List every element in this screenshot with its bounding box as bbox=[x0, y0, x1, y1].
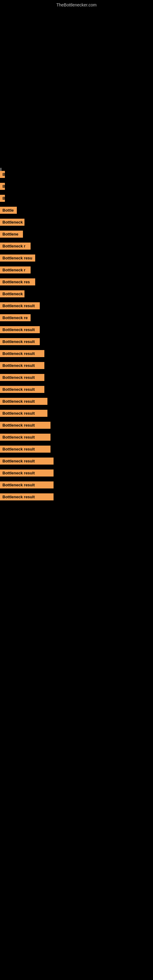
bottleneck-label: Bottleneck re bbox=[0, 314, 30, 321]
bottleneck-label: B bbox=[0, 183, 5, 190]
list-item: Bottleneck bbox=[0, 216, 153, 228]
list-item: Bottleneck result bbox=[0, 407, 153, 419]
bottleneck-label: Bottle bbox=[0, 207, 17, 214]
bottleneck-label: Bottleneck result bbox=[0, 445, 51, 453]
list-item: Bottleneck result bbox=[0, 300, 153, 312]
bottleneck-label: Bottleneck result bbox=[0, 410, 48, 417]
bottleneck-label: Bottlene bbox=[0, 231, 23, 238]
list-item: Bottleneck re bbox=[0, 312, 153, 324]
bottleneck-label: Bottleneck result bbox=[0, 302, 40, 309]
bottleneck-label: B bbox=[0, 195, 5, 202]
bottleneck-label: Bottleneck result bbox=[0, 434, 51, 441]
list-item: Bottlene bbox=[0, 228, 153, 240]
bottleneck-label: Bottleneck result bbox=[0, 362, 45, 369]
list-item: Bottleneck result bbox=[0, 431, 153, 443]
bottleneck-label: Bottleneck result bbox=[0, 469, 54, 477]
bottleneck-label: Bottleneck res bbox=[0, 278, 35, 285]
list-item: Bottleneck result bbox=[0, 371, 153, 383]
bottleneck-label: Bottleneck result bbox=[0, 398, 48, 405]
site-title: TheBottlenecker.com bbox=[56, 2, 97, 7]
bottleneck-label: Bottleneck result bbox=[0, 338, 40, 345]
list-item: Bottleneck result bbox=[0, 336, 153, 348]
list-item: Bottleneck result bbox=[0, 324, 153, 336]
list-item: Bottleneck result bbox=[0, 419, 153, 431]
list-item: Bottleneck resu bbox=[0, 252, 153, 264]
list-item: Bottleneck result bbox=[0, 395, 153, 407]
bottleneck-label: Bottleneck result bbox=[0, 458, 54, 465]
bottleneck-label: Bottleneck result bbox=[0, 386, 45, 393]
items-container: BBBBottleBottleneckBottleneBottleneck rB… bbox=[0, 169, 153, 503]
list-item: B bbox=[0, 169, 153, 180]
bottleneck-label: Bottleneck result bbox=[0, 350, 45, 357]
list-item: Bottleneck bbox=[0, 288, 153, 300]
list-item: Bottleneck r bbox=[0, 240, 153, 252]
bottleneck-label: Bottleneck r bbox=[0, 266, 30, 274]
list-item: Bottleneck result bbox=[0, 360, 153, 371]
list-item: Bottleneck result bbox=[0, 383, 153, 395]
list-item: Bottleneck result bbox=[0, 443, 153, 455]
bottleneck-label: Bottleneck bbox=[0, 219, 24, 226]
list-item: Bottleneck result bbox=[0, 348, 153, 360]
bottleneck-label: Bottleneck result bbox=[0, 422, 51, 429]
list-item: Bottle bbox=[0, 204, 153, 216]
list-item: Bottleneck result bbox=[0, 455, 153, 467]
bottleneck-label: Bottleneck result bbox=[0, 481, 54, 488]
bottleneck-label: Bottleneck resu bbox=[0, 255, 35, 261]
list-item: Bottleneck result bbox=[0, 479, 153, 491]
bottleneck-label: Bottleneck result bbox=[0, 326, 40, 333]
list-item: Bottleneck r bbox=[0, 264, 153, 276]
bottleneck-label: Bottleneck result bbox=[0, 493, 54, 500]
bottleneck-label: Bottleneck result bbox=[0, 374, 45, 381]
bottleneck-label: Bottleneck r bbox=[0, 243, 30, 250]
bottleneck-label: Bottleneck bbox=[0, 290, 24, 298]
list-item: B bbox=[0, 180, 153, 192]
list-item: B bbox=[0, 192, 153, 204]
list-item: Bottleneck result bbox=[0, 467, 153, 479]
bottleneck-label: B bbox=[0, 171, 5, 178]
list-item: Bottleneck result bbox=[0, 491, 153, 503]
list-item: Bottleneck res bbox=[0, 276, 153, 288]
